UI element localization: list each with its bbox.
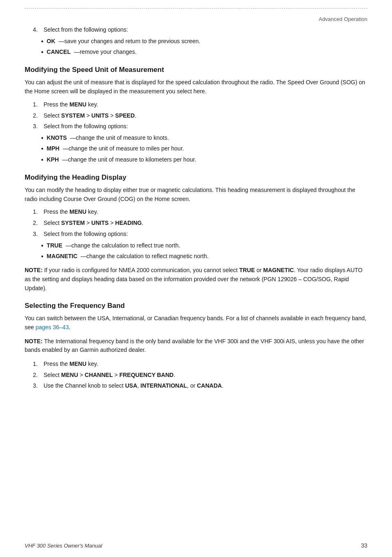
s2-heading: HEADING bbox=[115, 220, 142, 226]
magnetic-key: MAGNETIC bbox=[47, 252, 78, 261]
s2-step3-text: Select from the following options: bbox=[44, 230, 128, 239]
s3-channel: CHANNEL bbox=[85, 372, 113, 378]
bullet-ok-text: —save your changes and return to the pre… bbox=[59, 37, 201, 46]
s3-usa: USA bbox=[125, 382, 137, 389]
s2-step2-text: Select SYSTEM > UNITS > HEADING. bbox=[44, 219, 143, 228]
s1-step1-text: Press the MENU key. bbox=[44, 100, 98, 109]
step4-text: Select from the following options: bbox=[44, 25, 128, 35]
bullet-knots: KNOTS—change the unit of measure to knot… bbox=[41, 134, 367, 143]
section3-heading: Selecting the Frequency Band bbox=[25, 302, 367, 310]
bullet-ok: OK—save your changes and return to the p… bbox=[41, 37, 367, 46]
s2-step2-num: 2. bbox=[33, 219, 41, 228]
s3-step1-num: 1. bbox=[33, 360, 41, 369]
section3-link[interactable]: pages 36–43 bbox=[35, 324, 69, 331]
bullet-mph: MPH—change the unit of measure to miles … bbox=[41, 144, 367, 153]
s1-step3-text: Select from the following options: bbox=[44, 122, 128, 131]
bullet-cancel: CANCEL—remove your changes. bbox=[41, 48, 367, 57]
s2-step1-text: Press the MENU key. bbox=[44, 208, 98, 217]
s3-canada: CANADA bbox=[197, 382, 222, 389]
s1-system: SYSTEM bbox=[61, 112, 85, 119]
page-content: Advanced Operation 4. Select from the fo… bbox=[0, 0, 392, 557]
note3-label: NOTE: bbox=[25, 338, 43, 344]
bullet-cancel-text: —remove your changes. bbox=[74, 48, 137, 57]
s2-units: UNITS bbox=[91, 220, 108, 226]
s1-step3-num: 3. bbox=[33, 122, 41, 131]
top-rule bbox=[25, 8, 367, 9]
mph-text: —change the unit of measure to miles per… bbox=[63, 144, 184, 153]
step4-bullets: OK—save your changes and return to the p… bbox=[41, 37, 367, 57]
s3-international: INTERNATIONAL bbox=[141, 382, 187, 389]
section1-heading: Modifying the Speed Unit of Measurement bbox=[25, 66, 367, 74]
bullet-magnetic: MAGNETIC—change the calculation to refle… bbox=[41, 252, 367, 261]
kph-text: —change the unit of measure to kilometer… bbox=[62, 155, 196, 164]
true-text: —change the calculation to reflect true … bbox=[66, 241, 180, 250]
s2-menu-key: MENU bbox=[69, 208, 86, 215]
section3-steps: 1. Press the MENU key. 2. Select MENU > … bbox=[33, 360, 367, 391]
bullet-kph: KPH—change the unit of measure to kilome… bbox=[41, 155, 367, 164]
bullet-cancel-key: CANCEL bbox=[47, 48, 71, 57]
page-footer: VHF 300 Series Owner's Manual 33 bbox=[25, 542, 367, 549]
section2-body: You can modify the heading to display ei… bbox=[25, 186, 367, 203]
knots-text: —change the unit of measure to knots. bbox=[70, 134, 169, 143]
s2-system: SYSTEM bbox=[61, 220, 85, 226]
knots-key: KNOTS bbox=[47, 134, 67, 143]
magnetic-text: —change the calculation to reflect magne… bbox=[81, 252, 208, 261]
section1-steps: 1. Press the MENU key. 2. Select SYSTEM … bbox=[33, 100, 367, 131]
s1-step1-num: 1. bbox=[33, 100, 41, 109]
s3-step2-text: Select MENU > CHANNEL > FREQUENCY BAND. bbox=[44, 371, 175, 380]
page-number: 33 bbox=[361, 542, 367, 549]
note2-label: NOTE: bbox=[25, 267, 43, 273]
section3-body1: You can switch between the USA, Internat… bbox=[25, 315, 366, 331]
s3-step3-text: Use the Channel knob to select USA, INTE… bbox=[44, 381, 224, 391]
note2-magnetic: MAGNETIC bbox=[263, 267, 294, 273]
s3-menu: MENU bbox=[61, 372, 78, 378]
kph-key: KPH bbox=[47, 155, 59, 164]
section2-bullets: TRUE—change the calculation to reflect t… bbox=[41, 241, 367, 261]
step4-num: 4. bbox=[33, 25, 41, 35]
s1-units: UNITS bbox=[91, 112, 108, 119]
section2-steps: 1. Press the MENU key. 2. Select SYSTEM … bbox=[33, 208, 367, 238]
section3-note: NOTE: The International frequency band i… bbox=[25, 337, 367, 355]
section3-body1-tail: . bbox=[69, 324, 70, 331]
s1-step2-text: Select SYSTEM > UNITS > SPEED. bbox=[44, 111, 136, 120]
s3-menu-key: MENU bbox=[69, 361, 86, 367]
section1-bullets: KNOTS—change the unit of measure to knot… bbox=[41, 134, 367, 164]
s2-step1-num: 1. bbox=[33, 208, 41, 217]
section2-heading: Modifying the Heading Display bbox=[25, 173, 367, 182]
bullet-ok-key: OK bbox=[47, 37, 55, 46]
mph-key: MPH bbox=[47, 144, 60, 153]
s1-speed: SPEED bbox=[115, 112, 134, 119]
s3-step1-text: Press the MENU key. bbox=[44, 360, 98, 369]
page-header: Advanced Operation bbox=[25, 16, 367, 22]
section1-body: You can adjust the unit of measure that … bbox=[25, 78, 367, 96]
footer-title: VHF 300 Series Owner's Manual bbox=[25, 543, 102, 549]
s3-step2-num: 2. bbox=[33, 371, 41, 380]
s1-menu-key: MENU bbox=[69, 101, 86, 108]
bullet-true: TRUE—change the calculation to reflect t… bbox=[41, 241, 367, 250]
s2-step3-num: 3. bbox=[33, 230, 41, 239]
true-key: TRUE bbox=[47, 241, 62, 250]
s3-step3-num: 3. bbox=[33, 381, 41, 391]
s1-step2-num: 2. bbox=[33, 111, 41, 120]
section2-note: NOTE: If your radio is configured for NM… bbox=[25, 266, 367, 293]
s3-freqband: FREQUENCY BAND bbox=[119, 372, 173, 378]
section3-body: You can switch between the USA, Internat… bbox=[25, 314, 367, 332]
note2-true: TRUE bbox=[239, 267, 255, 273]
